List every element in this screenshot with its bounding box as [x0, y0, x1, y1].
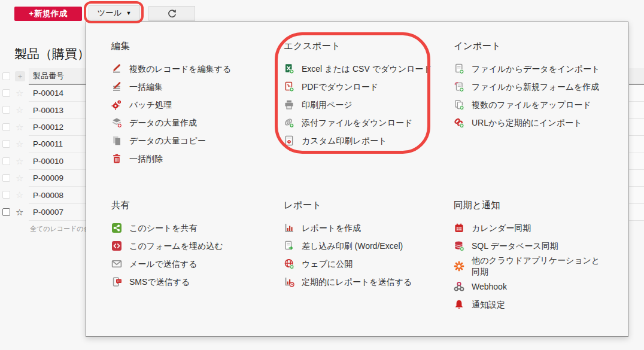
menu-item-share-sheet[interactable]: このシートを共有 [111, 219, 273, 237]
star-icon[interactable]: ☆ [16, 105, 23, 114]
star-icon[interactable]: ☆ [16, 139, 23, 148]
select-all-checkbox[interactable] [2, 72, 10, 80]
table-header-sliver [629, 68, 644, 85]
star-icon[interactable]: ☆ [16, 157, 23, 166]
cloud-app-sync-icon [454, 261, 464, 272]
menu-item-sms-send[interactable]: SMSで送信する [111, 273, 273, 291]
product-number-cell[interactable]: P-00008 [29, 187, 86, 203]
menu-item-label: SMSで送信する [129, 276, 190, 288]
menu-item-label: バッチ処理 [129, 99, 172, 111]
product-number-cell[interactable]: P-00011 [29, 136, 86, 153]
row-checkbox[interactable] [2, 208, 10, 216]
product-number-cell[interactable]: P-00010 [29, 153, 86, 170]
table-row-sliver [629, 187, 644, 203]
menu-item-url-import[interactable]: URLから定期的にインポート [454, 114, 607, 132]
menu-item-mail-merge[interactable]: 差し込み印刷 (Word/Excel) [284, 237, 446, 255]
menu-item-create-report[interactable]: レポートを作成 [284, 219, 446, 237]
table-row-sliver [629, 136, 644, 153]
menu-section-share: 共有このシートを共有このフォームを埋め込むメールで送信するSMSで送信する [111, 199, 273, 291]
menu-item-label: Webhook [472, 281, 507, 293]
custom-print-report-icon [284, 135, 294, 146]
new-record-button[interactable]: +新規作成 [14, 7, 82, 21]
star-icon[interactable]: ☆ [16, 190, 23, 199]
menu-item-import-data-file[interactable]: ファイルからデータをインポート [454, 60, 607, 78]
star-icon[interactable]: ☆ [16, 208, 23, 217]
row-checkbox[interactable] [2, 89, 10, 97]
menu-item-sql-database-sync[interactable]: SQL データベース同期 [454, 237, 607, 255]
star-icon[interactable]: ☆ [16, 123, 23, 132]
row-checkbox[interactable] [2, 123, 10, 131]
menu-item-mass-create[interactable]: データの大量作成 [111, 114, 273, 132]
menu-item-email-send[interactable]: メールで送信する [111, 255, 273, 273]
mass-copy-icon [111, 135, 122, 146]
row-checkbox[interactable] [2, 140, 10, 148]
menu-item-notification-settings[interactable]: 通知設定 [454, 296, 607, 314]
star-icon[interactable]: ☆ [16, 174, 23, 182]
product-number-cell[interactable]: P-00009 [29, 170, 86, 187]
menu-item-label: 一括削除 [129, 153, 163, 165]
menu-item-label: 差し込み印刷 (Word/Excel) [302, 241, 403, 252]
table-row-sliver [629, 204, 644, 221]
product-number-cell[interactable]: P-00013 [29, 102, 86, 118]
menu-item-publish-web[interactable]: ウェブに公開 [284, 255, 446, 273]
menu-item-bulk-delete[interactable]: 一括削除 [111, 150, 273, 168]
menu-item-print-page[interactable]: 印刷用ページ [284, 96, 446, 114]
menu-item-label: データの大量コピー [129, 135, 206, 147]
menu-item-label: 添付ファイルをダウンロード [302, 117, 412, 129]
product-number-cell[interactable]: P-00014 [29, 85, 86, 102]
menu-item-label: 一括編集 [129, 81, 163, 93]
row-checkbox[interactable] [2, 157, 10, 165]
column-header-product-number[interactable]: 製品番号 [29, 68, 86, 85]
refresh-button[interactable] [148, 6, 195, 21]
menu-item-embed-form[interactable]: このフォームを埋め込む [111, 237, 273, 255]
scheduled-report-icon [284, 276, 294, 287]
menu-item-attachment-download[interactable]: 添付ファイルをダウンロード [284, 114, 446, 132]
menu-item-excel-csv-download[interactable]: Excel または CSV でダウンロード [284, 60, 446, 78]
summary-row: 全てのレコードの合 [28, 223, 86, 235]
row-checkbox[interactable] [2, 174, 10, 182]
print-page-icon [284, 99, 294, 110]
table-row: ☆P-00012 [0, 119, 86, 136]
menu-item-custom-print-report[interactable]: カスタム印刷レポート [284, 132, 446, 150]
table-row-sliver [629, 119, 644, 136]
menu-item-label: 複数のファイルをアップロード [472, 99, 591, 111]
menu-item-calendar-sync[interactable]: カレンダー同期 [454, 219, 607, 237]
menu-item-multi-record-edit[interactable]: 複数のレコードを編集する [111, 60, 273, 78]
menu-item-pdf-download[interactable]: PDFでダウンロード [284, 78, 446, 96]
tools-button[interactable]: ツール ▼ [89, 5, 140, 21]
table-row: ☆P-00014 [0, 85, 86, 102]
row-checkbox[interactable] [2, 191, 10, 199]
menu-item-webhook[interactable]: Webhook [454, 278, 607, 296]
menu-item-mass-copy[interactable]: データの大量コピー [111, 132, 273, 150]
menu-item-bulk-edit[interactable]: 一括編集 [111, 78, 273, 96]
sms-send-icon [111, 276, 122, 287]
star-icon[interactable]: ☆ [16, 89, 23, 98]
menu-item-label: PDFでダウンロード [302, 81, 378, 93]
sql-database-sync-icon [454, 241, 464, 251]
menu-section-title: レポート [284, 199, 446, 211]
menu-item-batch-process[interactable]: バッチ処理 [111, 96, 273, 114]
menu-section-export: エクスポートExcel または CSV でダウンロードPDFでダウンロード印刷用… [284, 40, 446, 150]
menu-item-scheduled-report[interactable]: 定期的にレポートを送信する [284, 273, 446, 291]
menu-section-title: 編集 [111, 40, 273, 52]
menu-section-title: エクスポート [284, 40, 446, 52]
menu-item-cloud-app-sync[interactable]: 他のクラウドアプリケーションと同期 [454, 255, 607, 278]
product-number-cell[interactable]: P-00007 [29, 204, 86, 221]
summary-label: 全てのレコードの合 [30, 224, 86, 233]
menu-item-multi-file-upload[interactable]: 複数のファイルをアップロード [454, 96, 607, 114]
menu-item-label: 通知設定 [472, 299, 505, 311]
menu-item-new-form-from-file[interactable]: ファイルから新規フォームを作成 [454, 78, 607, 96]
table-row: ☆P-00011 [0, 136, 86, 153]
calendar-sync-icon [454, 223, 464, 233]
menu-section-import: インポートファイルからデータをインポートファイルから新規フォームを作成複数のファ… [454, 40, 607, 132]
row-checkbox[interactable] [2, 106, 10, 114]
add-column-button[interactable]: + [15, 71, 25, 81]
menu-item-label: Excel または CSV でダウンロード [302, 63, 432, 75]
notification-settings-icon [454, 299, 464, 310]
menu-section-title: 同期と通知 [454, 199, 607, 211]
menu-section-edit: 編集複数のレコードを編集する一括編集バッチ処理データの大量作成データの大量コピー… [111, 40, 273, 168]
table-row: ☆P-00007 [0, 204, 86, 221]
new-form-from-file-icon [454, 81, 464, 92]
share-sheet-icon [111, 223, 122, 233]
product-number-cell[interactable]: P-00012 [29, 119, 86, 136]
